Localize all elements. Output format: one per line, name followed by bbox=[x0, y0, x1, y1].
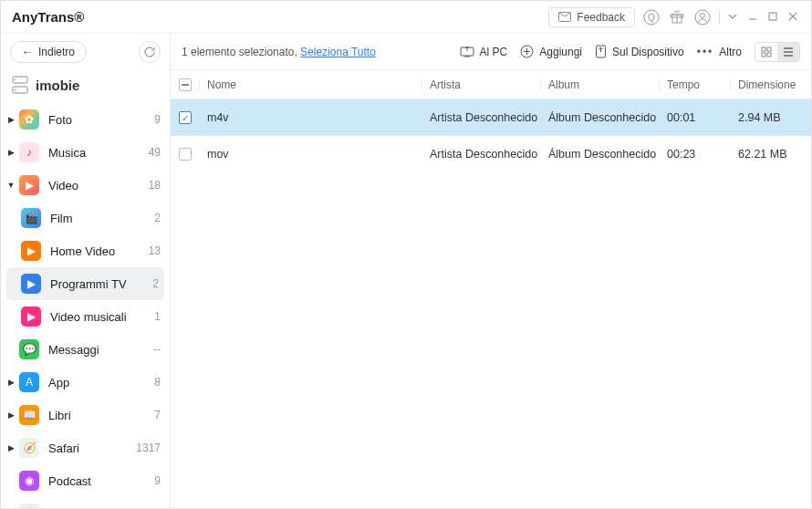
svg-rect-13 bbox=[762, 47, 765, 51]
svg-rect-5 bbox=[769, 13, 776, 20]
video-icon: ▶ bbox=[19, 175, 39, 195]
device-name: imobie bbox=[36, 78, 79, 93]
row-checkbox[interactable] bbox=[179, 148, 192, 161]
maximize-icon[interactable] bbox=[767, 11, 780, 24]
close-icon[interactable] bbox=[787, 11, 800, 24]
to-pc-button[interactable]: Al PC bbox=[460, 46, 508, 58]
music-video-icon: ▶ bbox=[21, 306, 41, 327]
svg-rect-15 bbox=[762, 53, 765, 57]
svg-point-9 bbox=[15, 89, 16, 91]
header-checkbox[interactable] bbox=[179, 78, 192, 91]
col-album[interactable]: Album bbox=[541, 78, 660, 91]
sidebar-item-video-musicali[interactable]: ▶Video musicali1 bbox=[1, 300, 170, 333]
app-icon: A bbox=[19, 372, 39, 392]
plus-circle-icon bbox=[520, 45, 534, 58]
cell-nome: m4v bbox=[200, 111, 422, 124]
to-device-button[interactable]: Sul Dispositivo bbox=[595, 45, 684, 58]
more-icon: ••• bbox=[697, 46, 714, 58]
photo-icon: ✿ bbox=[19, 109, 39, 130]
refresh-button[interactable] bbox=[139, 41, 161, 63]
chevron-right-icon: ▶ bbox=[6, 443, 16, 452]
chevron-right-icon: ▶ bbox=[6, 115, 16, 124]
col-tempo[interactable]: Tempo bbox=[660, 78, 731, 91]
to-device-icon bbox=[595, 45, 607, 58]
svg-point-4 bbox=[701, 13, 705, 17]
cell-album: Álbum Desconhecido bbox=[541, 111, 660, 124]
cell-dimensione: 62.21 MB bbox=[731, 148, 811, 161]
grid-view-button[interactable] bbox=[755, 43, 777, 61]
more-button[interactable]: •••Altro bbox=[697, 46, 742, 58]
select-all-link[interactable]: Seleziona Tutto bbox=[300, 46, 376, 58]
svg-text:Q: Q bbox=[648, 12, 655, 22]
table-row[interactable]: mov Artista Desconhecido Álbum Desconhec… bbox=[171, 136, 811, 172]
help-icon[interactable]: Q bbox=[642, 8, 661, 26]
chevron-down-icon[interactable] bbox=[727, 11, 740, 24]
col-nome[interactable]: Nome bbox=[200, 78, 422, 91]
selection-status: 1 elemento selezionato, Seleziona Tutto bbox=[182, 46, 376, 58]
music-icon: ♪ bbox=[19, 142, 39, 162]
sidebar: ← Indietro imobie ▶✿Foto9 ▶♪Musica49 ▼▶V… bbox=[1, 34, 171, 508]
film-icon: 🎬 bbox=[21, 208, 41, 228]
sidebar-item-libri[interactable]: ▶📖Libri7 bbox=[1, 399, 170, 431]
minimize-icon[interactable] bbox=[747, 11, 760, 24]
svg-point-8 bbox=[15, 79, 16, 81]
chevron-right-icon: ▶ bbox=[6, 378, 16, 387]
svg-rect-14 bbox=[767, 47, 771, 51]
back-button[interactable]: ← Indietro bbox=[10, 41, 87, 63]
safari-icon: 🧭 bbox=[19, 438, 39, 458]
device-icon bbox=[12, 76, 28, 94]
table-header: Nome Artista Album Tempo Dimensione bbox=[171, 70, 811, 99]
tv-icon: ▶ bbox=[21, 274, 41, 294]
sidebar-item-musica[interactable]: ▶♪Musica49 bbox=[1, 136, 170, 169]
row-checkbox[interactable] bbox=[179, 111, 192, 124]
camera-icon: ▶ bbox=[21, 241, 41, 261]
account-icon[interactable] bbox=[693, 8, 712, 26]
sidebar-item-podcast[interactable]: ▶◉Podcast9 bbox=[1, 464, 170, 497]
cell-nome: mov bbox=[200, 148, 422, 161]
col-artista[interactable]: Artista bbox=[422, 78, 541, 91]
sidebar-item-film[interactable]: 🎬Film2 bbox=[1, 202, 170, 234]
table-row[interactable]: m4v Artista Desconhecido Álbum Desconhec… bbox=[171, 99, 811, 136]
message-icon: 💬 bbox=[19, 339, 39, 359]
chevron-right-icon: ▶ bbox=[6, 148, 16, 157]
sidebar-item-home-video[interactable]: ▶Home Video13 bbox=[1, 234, 170, 267]
sidebar-item-video[interactable]: ▼▶Video18 bbox=[1, 169, 170, 202]
svg-rect-16 bbox=[767, 53, 771, 57]
sidebar-item-safari[interactable]: ▶🧭Safari1317 bbox=[1, 431, 170, 464]
sidebar-item-app[interactable]: ▶AApp8 bbox=[1, 366, 170, 399]
sidebar-item-messaggi[interactable]: ▶💬Messaggi-- bbox=[1, 333, 170, 366]
chevron-right-icon: ▶ bbox=[6, 410, 16, 420]
chevron-down-icon: ▼ bbox=[6, 181, 16, 190]
back-label: Indietro bbox=[38, 46, 75, 58]
feedback-label: Feedback bbox=[577, 11, 625, 24]
divider bbox=[719, 10, 720, 25]
list-view-button[interactable] bbox=[777, 43, 799, 61]
podcast-icon: ◉ bbox=[19, 471, 39, 491]
cell-artista: Artista Desconhecido bbox=[422, 148, 541, 161]
sidebar-item-suonerie[interactable]: ▶🔔Suonerie27 bbox=[1, 497, 170, 508]
col-dimensione[interactable]: Dimensione bbox=[731, 78, 811, 91]
cell-album: Álbum Desconhecido bbox=[541, 148, 660, 161]
cell-dimensione: 2.94 MB bbox=[731, 111, 811, 124]
app-title: AnyTrans® bbox=[12, 9, 84, 25]
cell-artista: Artista Desconhecido bbox=[422, 111, 541, 124]
arrow-left-icon: ← bbox=[22, 46, 33, 58]
mail-icon bbox=[558, 12, 571, 22]
sidebar-item-foto[interactable]: ▶✿Foto9 bbox=[1, 103, 170, 136]
bell-icon: 🔔 bbox=[19, 504, 39, 508]
gift-icon[interactable] bbox=[668, 8, 686, 26]
to-pc-icon bbox=[460, 46, 474, 57]
sidebar-item-programmi-tv[interactable]: ▶Programmi TV2 bbox=[6, 267, 164, 300]
cell-tempo: 00:01 bbox=[660, 111, 731, 124]
book-icon: 📖 bbox=[19, 405, 39, 425]
add-button[interactable]: Aggiungi bbox=[520, 45, 582, 58]
cell-tempo: 00:23 bbox=[660, 148, 731, 161]
feedback-button[interactable]: Feedback bbox=[548, 7, 635, 27]
